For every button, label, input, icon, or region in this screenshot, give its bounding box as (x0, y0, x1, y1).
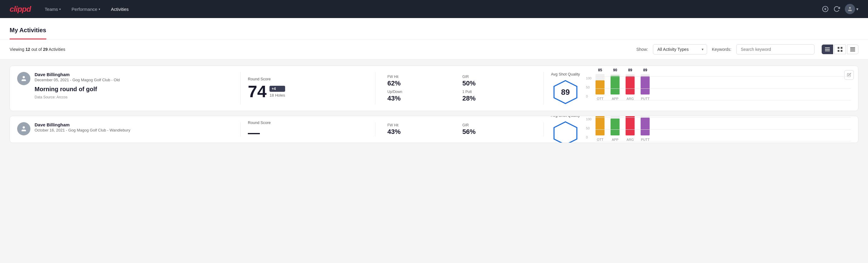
updown-label: Up/Down (388, 90, 456, 94)
card-divider (240, 72, 241, 105)
viewing-count-text: Viewing 12 out of 29 Activities (10, 47, 631, 52)
activity-type-filter[interactable]: All Activity Types ▾ (653, 44, 707, 55)
round-score-label: Round Score (248, 77, 368, 81)
bar-group-arg: 89 ARG (626, 68, 634, 100)
bar-chart-area: 100 50 0 94 OTT (586, 117, 851, 141)
card-divider (240, 122, 241, 137)
activity-card: Dave Billingham December 05, 2021 - Gog … (10, 66, 858, 111)
bar-group-ott: 94 OTT (595, 116, 604, 141)
filters-bar: Viewing 12 out of 29 Activities Show: Al… (0, 39, 868, 60)
bar-group-arg: 106 ARG (626, 116, 634, 141)
gir-stat: GIR 56% (462, 123, 531, 136)
hex-shape (553, 121, 578, 143)
activity-card: Dave Billingham October 16, 2021 - Gog M… (10, 116, 858, 143)
hex-shape: 89 (553, 80, 578, 105)
card-activity-title: Morning round of golf (35, 86, 233, 93)
avg-shot-quality-label: Avg Shot Quality (551, 116, 580, 118)
card-user-name: Dave Billingham (35, 122, 233, 127)
page-title: My Activities (10, 27, 46, 39)
user-menu[interactable]: ▾ (845, 4, 858, 14)
svg-rect-11 (850, 47, 855, 48)
one-putt-value: 28% (462, 94, 531, 102)
navbar-actions: ▾ (822, 4, 858, 14)
avatar (17, 72, 30, 85)
fw-hit-value: 43% (388, 128, 456, 136)
fw-hit-stat: FW Hit 62% (388, 75, 456, 87)
score-number: — (248, 127, 260, 139)
svg-point-15 (23, 76, 25, 78)
gir-stat: GIR 50% (462, 75, 531, 87)
view-grid-button[interactable] (834, 45, 846, 54)
gir-value: 56% (462, 128, 531, 136)
y-axis-label: 100 (586, 77, 591, 80)
bar-value: 89 (628, 68, 632, 72)
one-putt-stat: 1 Putt 28% (462, 90, 531, 102)
bar-value: 90 (613, 68, 617, 72)
nav-item-performance[interactable]: Performance ▾ (67, 4, 104, 14)
gir-label: GIR (462, 75, 531, 79)
svg-point-17 (23, 126, 25, 128)
y-axis-label: 50 (586, 126, 591, 130)
card-user-info: Dave Billingham December 05, 2021 - Gog … (35, 72, 233, 99)
chevron-down-icon: ▾ (99, 7, 100, 11)
holes-text: 18 Holes (270, 93, 285, 97)
svg-marker-18 (554, 122, 577, 143)
fw-hit-stat: FW Hit 43% (388, 123, 456, 136)
avg-shot-quality-label: Avg Shot Quality (551, 72, 580, 77)
bar-value: 89 (643, 68, 647, 72)
card-divider (375, 122, 375, 137)
card-user-name: Dave Billingham (35, 72, 233, 77)
svg-rect-4 (825, 48, 830, 48)
fw-hit-value: 62% (388, 80, 456, 87)
view-list-detail-button[interactable] (847, 45, 858, 54)
y-axis-label: 0 (586, 136, 591, 139)
add-button[interactable] (822, 6, 829, 12)
quality-section: Avg Shot Quality 100 50 0 (551, 122, 851, 137)
show-label: Show: (637, 47, 648, 52)
refresh-button[interactable] (833, 6, 840, 12)
bar-group-putt: 89 PUTT (641, 68, 650, 100)
gir-value: 50% (462, 80, 531, 87)
search-input[interactable] (736, 44, 814, 55)
y-axis-label: 100 (586, 117, 591, 121)
svg-rect-10 (841, 50, 842, 52)
main-content: Dave Billingham December 05, 2021 - Gog … (0, 60, 868, 154)
chevron-down-icon: ▾ (59, 7, 61, 11)
score-number: 74 (248, 83, 267, 100)
bar-group-ott: 85 OTT (595, 68, 604, 100)
svg-rect-13 (850, 50, 855, 50)
stats-section: FW Hit 62% GIR 50% Up/Down 43% 1 Putt 28… (382, 72, 536, 105)
hex-number: 89 (561, 88, 570, 97)
round-score-label: Round Score (248, 120, 368, 125)
svg-rect-14 (850, 51, 855, 52)
card-user-info: Dave Billingham October 16, 2021 - Gog M… (35, 122, 233, 136)
svg-rect-5 (825, 49, 830, 50)
bar-group-putt: 87 PUTT (641, 116, 650, 141)
card-left: Dave Billingham October 16, 2021 - Gog M… (17, 122, 233, 137)
bar-group-app: 90 APP (611, 68, 620, 100)
card-date-location: October 16, 2021 - Gog Magog Golf Club -… (35, 128, 233, 133)
card-divider (544, 122, 544, 137)
score-section: Round Score — (248, 122, 368, 137)
card-divider (375, 72, 375, 105)
gir-label: GIR (462, 123, 531, 127)
score-meta: +4 18 Holes (270, 86, 285, 97)
page-header: My Activities (0, 18, 868, 39)
svg-rect-12 (850, 49, 855, 49)
stats-section: FW Hit 43% GIR 56% (382, 122, 536, 137)
view-list-compact-button[interactable] (822, 45, 833, 54)
logo[interactable]: clippd (10, 4, 31, 14)
card-date-location: December 05, 2021 - Gog Magog Golf Club … (35, 78, 233, 82)
chevron-down-icon: ▾ (856, 7, 858, 11)
svg-rect-7 (838, 47, 839, 49)
card-divider (544, 72, 544, 105)
card-left: Dave Billingham December 05, 2021 - Gog … (17, 72, 233, 105)
fw-hit-label: FW Hit (388, 123, 456, 127)
bar-value: 85 (598, 68, 602, 72)
bar-chart-area: 100 50 0 85 (586, 77, 851, 100)
activity-type-select[interactable]: All Activity Types (653, 44, 707, 55)
nav-links: Teams ▾ Performance ▾ Activities (40, 4, 812, 14)
nav-item-activities[interactable]: Activities (107, 4, 133, 14)
score-badge: +4 (270, 86, 285, 92)
nav-item-teams[interactable]: Teams ▾ (40, 4, 65, 14)
